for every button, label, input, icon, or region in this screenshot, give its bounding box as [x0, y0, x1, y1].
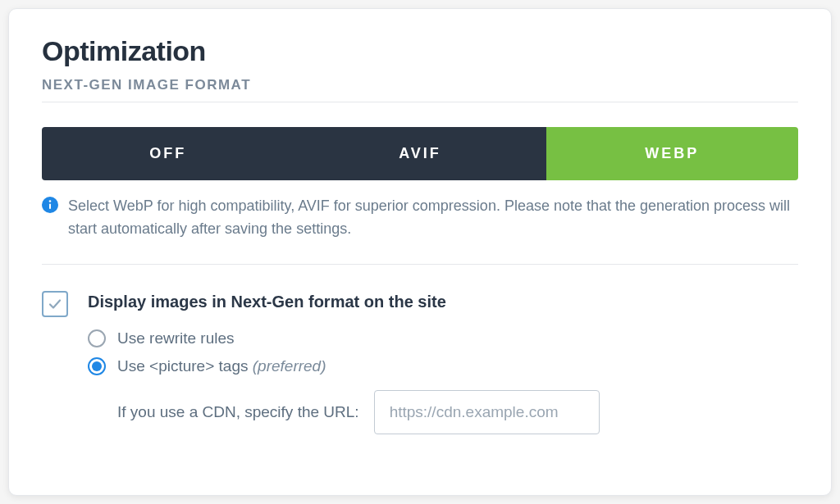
- format-option-off[interactable]: OFF: [42, 127, 294, 180]
- format-option-webp[interactable]: WEBP: [546, 127, 798, 180]
- section-subtitle: NEXT-GEN IMAGE FORMAT: [42, 77, 798, 102]
- cdn-url-input[interactable]: [374, 390, 600, 434]
- info-row: Select WebP for high compatibility, AVIF…: [42, 195, 798, 241]
- radio-picture-tags[interactable]: [88, 357, 106, 375]
- check-icon: [47, 296, 63, 312]
- delivery-radio-group: Use rewrite rules Use <picture> tags (pr…: [88, 329, 600, 375]
- cdn-label: If you use a CDN, specify the URL:: [117, 403, 359, 421]
- svg-rect-1: [49, 204, 51, 210]
- radio-row-rewrite: Use rewrite rules: [88, 329, 600, 347]
- display-checkbox-label: Display images in Next-Gen format on the…: [88, 293, 600, 311]
- page-title: Optimization: [42, 35, 798, 67]
- settings-card: Optimization NEXT-GEN IMAGE FORMAT OFF A…: [8, 8, 832, 496]
- display-checkbox[interactable]: [42, 291, 68, 317]
- format-option-avif[interactable]: AVIF: [294, 127, 546, 180]
- svg-point-2: [49, 200, 52, 202]
- radio-row-picture: Use <picture> tags (preferred): [88, 357, 600, 375]
- info-text: Select WebP for high compatibility, AVIF…: [68, 195, 798, 241]
- radio-picture-label: Use <picture> tags (preferred): [117, 357, 326, 375]
- display-option-content: Display images in Next-Gen format on the…: [88, 293, 600, 434]
- cdn-row: If you use a CDN, specify the URL:: [88, 390, 600, 434]
- display-option-row: Display images in Next-Gen format on the…: [42, 293, 798, 434]
- radio-rewrite-label: Use rewrite rules: [117, 329, 235, 347]
- divider: [42, 264, 798, 265]
- radio-rewrite-rules[interactable]: [88, 329, 106, 347]
- info-icon: [42, 197, 58, 213]
- format-segmented-control: OFF AVIF WEBP: [42, 127, 798, 180]
